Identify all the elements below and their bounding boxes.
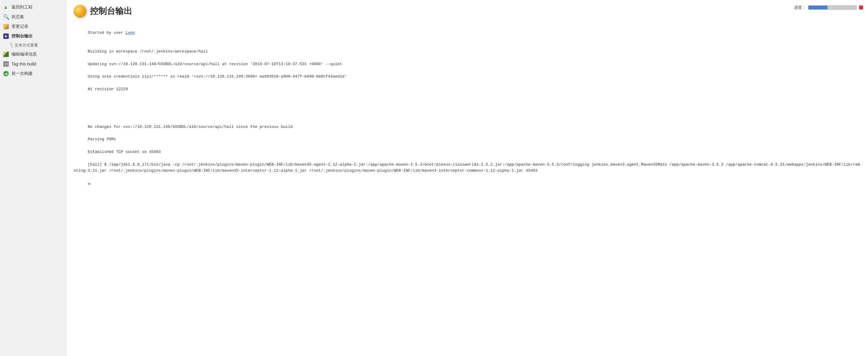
sidebar-item-tag-build[interactable]: 🏷 Tag this build	[0, 59, 66, 69]
sidebar-item-label: 编辑编译信息	[11, 52, 37, 57]
search-icon: 🔍	[3, 14, 9, 20]
console-line-3: Using sole credentials liyi/****** in re…	[88, 74, 347, 79]
sidebar-subitem-label: 文本方式查看	[14, 42, 38, 48]
console-line-4: At revision 12229	[88, 87, 128, 91]
sidebar-item-edit-build-info[interactable]: 编辑编译信息	[0, 50, 66, 59]
sidebar-item-label: 控制台输出	[11, 33, 33, 39]
spinner: ✳	[88, 181, 91, 188]
sidebar-item-back-to-project[interactable]: 返回到工程	[0, 2, 66, 12]
progress-bar-container: 进度：	[794, 5, 863, 10]
page-title: 控制台输出	[90, 5, 132, 17]
page-header: 控制台输出	[74, 5, 861, 18]
sidebar-item-console-output[interactable]: 控制台输出	[0, 31, 66, 41]
progress-bar-track	[808, 5, 857, 10]
terminal-icon	[3, 33, 9, 39]
edit-icon	[3, 51, 9, 57]
console-line-9: [hall] $ /app/jdk1.8.0_171/bin/java -cp …	[74, 162, 860, 173]
console-line-7: Parsing POMs	[88, 137, 116, 141]
sidebar-item-label: 前一次构建	[11, 71, 33, 76]
sidebar-subitem-text-view[interactable]: 文本方式查看	[0, 41, 66, 50]
tag-icon: 🏷	[3, 61, 9, 67]
started-by-label: Started by user	[88, 30, 126, 35]
progress-bar-fill	[809, 6, 828, 9]
sidebar-item-status-set[interactable]: 🔍 状态集	[0, 12, 66, 22]
sidebar-item-change-log[interactable]: 变更记录	[0, 22, 66, 31]
console-line-1: Building in workspace /root/.jenkins/wor…	[88, 49, 208, 54]
sidebar-item-label: 变更记录	[11, 24, 28, 29]
changelog-icon	[3, 24, 9, 30]
progress-label: 进度：	[794, 5, 806, 10]
yellow-ball-icon	[74, 5, 86, 18]
sidebar-item-label: 状态集	[11, 14, 24, 20]
up-arrow-icon	[3, 4, 9, 10]
doc-icon	[11, 43, 12, 48]
sidebar-item-prev-build[interactable]: ◀ 前一次构建	[0, 69, 66, 78]
user-link[interactable]: Lynn	[126, 30, 135, 35]
sidebar: 返回到工程 🔍 状态集 变更记录 控制台输出 文本方式查看	[0, 0, 66, 356]
main-content: 进度： 控制台输出 Started by user Lynn Building …	[66, 0, 868, 356]
console-line-6: No changes for svn://10.120.131.148/GSSB…	[88, 125, 293, 129]
sidebar-item-label: 返回到工程	[11, 4, 33, 10]
sidebar-item-label: Tag this build	[11, 62, 36, 66]
progress-bar-stop-button[interactable]	[859, 5, 863, 10]
console-line-2: Updating svn://10.120.131.148/GSSBOL/a10…	[88, 62, 342, 66]
console-output: Started by user Lynn Building in workspa…	[74, 24, 861, 194]
console-line-8: Established TCP socket on 45493	[88, 150, 161, 154]
prev-build-icon: ◀	[3, 71, 9, 77]
